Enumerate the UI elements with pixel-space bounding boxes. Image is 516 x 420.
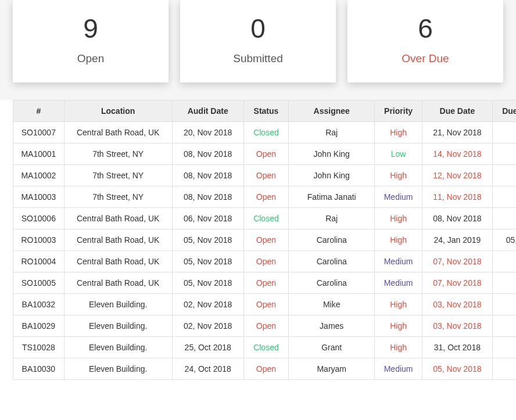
cell-due-date: 03, Nov 2018 <box>422 294 492 315</box>
col-header-audit-date[interactable]: Audit Date <box>172 100 243 122</box>
cell-priority: High <box>375 294 422 315</box>
col-header-due-date[interactable]: Due Date <box>422 100 492 122</box>
cell-due-date2: 05, Feb <box>492 229 516 251</box>
col-header-status[interactable]: Status <box>243 100 288 122</box>
cell-id: TS10028 <box>13 337 64 358</box>
cell-due-date2 <box>492 315 516 337</box>
cell-audit-date: 08, Nov 2018 <box>172 186 243 208</box>
table-body: SO10007Central Bath Road, UK20, Nov 2018… <box>13 122 517 380</box>
cell-audit-date: 08, Nov 2018 <box>172 165 243 186</box>
table-row[interactable]: MA100037th Street, NY08, Nov 2018OpenFat… <box>13 186 517 208</box>
cell-audit-date: 25, Oct 2018 <box>172 337 243 358</box>
table-row[interactable]: BA10030Eleven Building.24, Oct 2018OpenM… <box>13 358 517 380</box>
cell-priority: High <box>375 315 422 337</box>
table-row[interactable]: RO10004Central Bath Road, UK05, Nov 2018… <box>13 251 517 272</box>
col-header-due-date2[interactable]: Due Date <box>492 100 516 122</box>
cell-audit-date: 02, Nov 2018 <box>172 294 243 315</box>
cell-audit-date: 05, Nov 2018 <box>172 272 243 294</box>
cell-assignee: Raj <box>289 208 375 229</box>
cell-id: MA10003 <box>13 186 64 208</box>
table-row[interactable]: SO10006Central Bath Road, UK06, Nov 2018… <box>13 208 517 229</box>
cell-due-date: 11, Nov 2018 <box>422 186 492 208</box>
table-row[interactable]: MA100017th Street, NY08, Nov 2018OpenJoh… <box>13 143 517 165</box>
cell-priority: High <box>375 165 422 186</box>
cell-assignee: Raj <box>289 122 375 143</box>
table-row[interactable]: SO10005Central Bath Road, UK05, Nov 2018… <box>13 272 517 294</box>
cell-location: 7th Street, NY <box>64 165 172 186</box>
cell-status: Open <box>243 251 288 272</box>
card-submitted[interactable]: 0 Submitted <box>180 0 336 82</box>
audit-table-wrap[interactable]: # Location Audit Date Status Assignee Pr… <box>0 100 516 386</box>
cell-assignee: Mike <box>289 294 375 315</box>
cell-location: Eleven Building. <box>64 315 172 337</box>
card-submitted-number: 0 <box>186 15 330 42</box>
cell-audit-date: 24, Oct 2018 <box>172 358 243 380</box>
cell-id: SO10007 <box>13 122 64 143</box>
cell-id: SO10005 <box>13 272 64 294</box>
cell-priority: High <box>375 337 422 358</box>
cell-id: BA10029 <box>13 315 64 337</box>
cell-audit-date: 08, Nov 2018 <box>172 143 243 165</box>
col-header-location[interactable]: Location <box>64 100 172 122</box>
cell-due-date: 31, Oct 2018 <box>422 337 492 358</box>
table-row[interactable]: BA10032Eleven Building.02, Nov 2018OpenM… <box>13 294 517 315</box>
col-header-priority[interactable]: Priority <box>375 100 422 122</box>
cell-status: Open <box>243 165 288 186</box>
cell-priority: High <box>375 229 422 251</box>
card-overdue-label: Over Due <box>353 52 497 65</box>
cell-due-date: 12, Nov 2018 <box>422 165 492 186</box>
col-header-assignee[interactable]: Assignee <box>289 100 375 122</box>
cell-due-date2 <box>492 272 516 294</box>
cell-status: Closed <box>243 337 288 358</box>
cell-id: BA10032 <box>13 294 64 315</box>
cell-assignee: John King <box>289 165 375 186</box>
card-open[interactable]: 9 Open <box>13 0 169 82</box>
cell-audit-date: 02, Nov 2018 <box>172 315 243 337</box>
card-overdue[interactable]: 6 Over Due <box>347 0 503 82</box>
table-row[interactable]: BA10029Eleven Building.02, Nov 2018OpenJ… <box>13 315 517 337</box>
cell-status: Open <box>243 294 288 315</box>
cell-location: Central Bath Road, UK <box>64 208 172 229</box>
cell-assignee: John King <box>289 143 375 165</box>
cell-priority: Low <box>375 143 422 165</box>
table-row[interactable]: RO10003Central Bath Road, UK05, Nov 2018… <box>13 229 517 251</box>
cell-due-date: 24, Jan 2019 <box>422 229 492 251</box>
cell-priority: Medium <box>375 358 422 380</box>
table-row[interactable]: TS10028Eleven Building.25, Oct 2018Close… <box>13 337 517 358</box>
cell-location: Central Bath Road, UK <box>64 251 172 272</box>
cell-due-date2 <box>492 337 516 358</box>
cell-due-date2 <box>492 251 516 272</box>
cell-id: SO10006 <box>13 208 64 229</box>
cell-location: Eleven Building. <box>64 337 172 358</box>
table-row[interactable]: SO10007Central Bath Road, UK20, Nov 2018… <box>13 122 517 143</box>
cell-status: Open <box>243 229 288 251</box>
cell-id: MA10001 <box>13 143 64 165</box>
cell-audit-date: 05, Nov 2018 <box>172 251 243 272</box>
cell-due-date2 <box>492 208 516 229</box>
cell-priority: Medium <box>375 251 422 272</box>
cell-assignee: Maryam <box>289 358 375 380</box>
cell-status: Closed <box>243 122 288 143</box>
cell-due-date2 <box>492 143 516 165</box>
cell-due-date: 08, Nov 2018 <box>422 208 492 229</box>
cell-location: Central Bath Road, UK <box>64 229 172 251</box>
cell-assignee: Fatima Janati <box>289 186 375 208</box>
cell-due-date2 <box>492 165 516 186</box>
card-open-label: Open <box>19 52 163 65</box>
cell-priority: High <box>375 208 422 229</box>
cell-due-date: 05, Nov 2018 <box>422 358 492 380</box>
col-header-id[interactable]: # <box>13 100 64 122</box>
table-header-row: # Location Audit Date Status Assignee Pr… <box>13 100 517 122</box>
cell-status: Open <box>243 358 288 380</box>
cell-due-date2 <box>492 294 516 315</box>
audit-table: # Location Audit Date Status Assignee Pr… <box>13 100 516 380</box>
cell-priority: Medium <box>375 186 422 208</box>
cell-status: Open <box>243 315 288 337</box>
card-overdue-number: 6 <box>353 15 497 42</box>
cell-audit-date: 05, Nov 2018 <box>172 229 243 251</box>
cell-priority: Medium <box>375 272 422 294</box>
table-row[interactable]: MA100027th Street, NY08, Nov 2018OpenJoh… <box>13 165 517 186</box>
cell-priority: High <box>375 122 422 143</box>
cell-id: BA10030 <box>13 358 64 380</box>
cell-location: 7th Street, NY <box>64 143 172 165</box>
